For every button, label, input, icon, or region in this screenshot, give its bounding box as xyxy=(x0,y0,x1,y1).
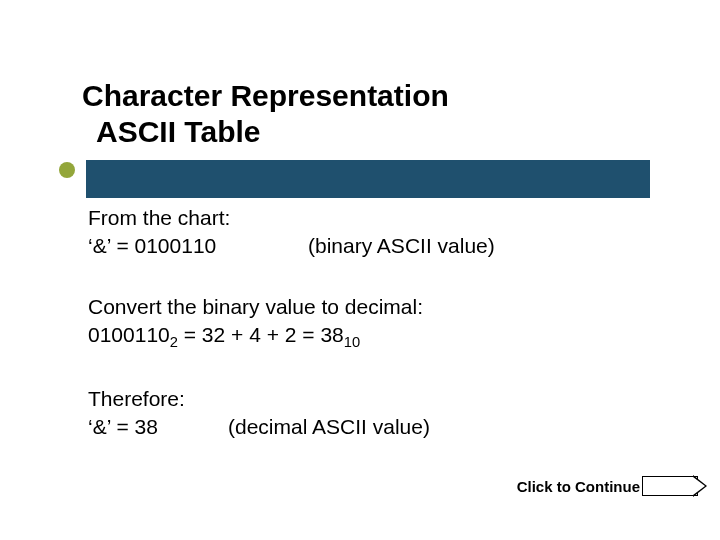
subscript-2: 2 xyxy=(170,334,178,350)
therefore-label: Therefore: xyxy=(88,385,648,413)
binary-row: ‘&’ = 0100110 (binary ASCII value) xyxy=(88,232,648,260)
continue-label: Click to Continue xyxy=(517,478,640,495)
slide-title: Character Representation ASCII Table xyxy=(82,78,449,150)
title-underline-bar xyxy=(86,160,650,198)
slide: Character Representation ASCII Table Fro… xyxy=(0,0,720,540)
conversion-mid: = 32 + 4 + 2 = 38 xyxy=(178,323,344,346)
bullet-icon xyxy=(59,162,75,178)
ampersand-decimal: ‘&’ = 38 xyxy=(88,413,228,441)
conversion-row: 01001102 = 32 + 4 + 2 = 3810 xyxy=(88,321,648,353)
decimal-row: ‘&’ = 38 (decimal ASCII value) xyxy=(88,413,648,441)
ampersand-binary: ‘&’ = 0100110 xyxy=(88,232,308,260)
from-chart-label: From the chart: xyxy=(88,204,648,232)
title-line-1: Character Representation xyxy=(82,78,449,114)
arrow-right-icon xyxy=(642,476,698,496)
title-line-2: ASCII Table xyxy=(82,114,449,150)
subscript-10: 10 xyxy=(344,334,360,350)
conversion-expression: 01001102 = 32 + 4 + 2 = 3810 xyxy=(88,321,360,353)
continue-button[interactable]: Click to Continue xyxy=(517,476,698,496)
convert-instruction: Convert the binary value to decimal: xyxy=(88,293,648,321)
binary-value: 0100110 xyxy=(88,323,170,346)
binary-note: (binary ASCII value) xyxy=(308,232,648,260)
decimal-note: (decimal ASCII value) xyxy=(228,413,648,441)
slide-body: From the chart: ‘&’ = 0100110 (binary AS… xyxy=(88,204,648,442)
